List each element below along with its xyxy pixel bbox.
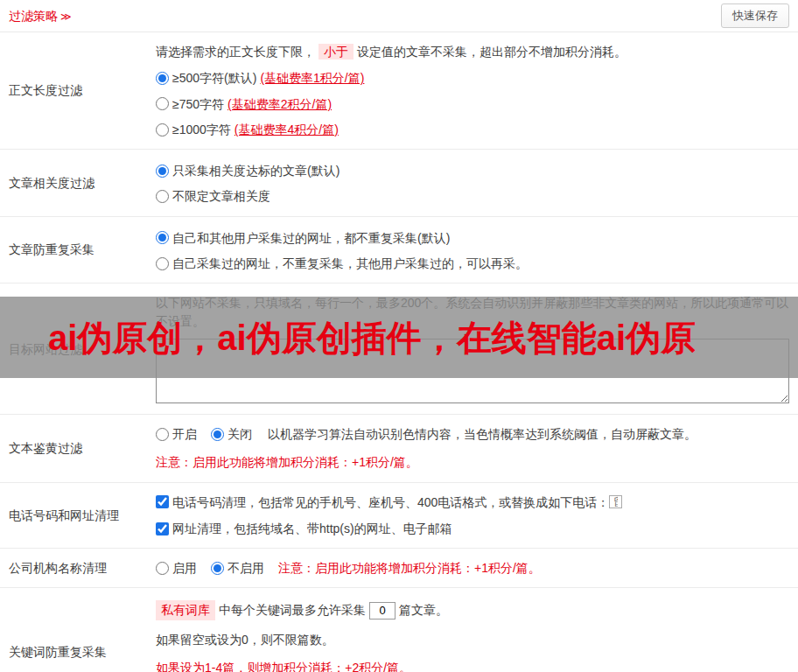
intro-post: 设定值的文章不采集，超出部分不增加积分消耗。 — [357, 45, 626, 59]
radio-option-porn-on[interactable]: 开启 — [156, 425, 197, 443]
radio-company-on[interactable] — [156, 562, 169, 575]
radio-label: 自己和其他用户采集过的网址，都不重复采集(默认) — [172, 229, 450, 247]
checkbox-label: 网址清理，包括纯域名、带http(s)的网址、电子邮箱 — [172, 520, 452, 537]
radio-label: ≥1000字符 — [172, 121, 231, 138]
chevron-double-icon: ≫ — [60, 10, 72, 23]
row-content-porn-filter: 开启 关闭 以机器学习算法自动识别色情内容，当色情概率达到系统阈值，自动屏蔽文章… — [149, 415, 798, 482]
keyword-note-cost: 如果设为1-4篇，则增加积分消耗：+2积分/篇。 — [156, 659, 789, 672]
checkbox-option-url-cleanup[interactable]: 网址清理，包括纯域名、带http(s)的网址、电子邮箱 — [156, 520, 452, 537]
row-content-keyword: 私有词库 中每个关键词最多允许采集 篇文章。 如果留空或设为0，则不限篇数。 如… — [149, 588, 798, 672]
filter-strategy-title[interactable]: 过滤策略≫ — [9, 7, 72, 24]
phone-cleanup-line: 电话号码清理，包括常见的手机号、座机号、400电话格式，或替换成如下电话： — [156, 494, 789, 511]
row-phone-url-cleanup: 电话号码和网址清理 电话号码清理，包括常见的手机号、座机号、400电话格式，或替… — [0, 483, 798, 550]
company-warning: 注意：启用此功能将增加积分消耗：+1积分/篇。 — [278, 559, 541, 577]
radio-label: 不启用 — [228, 559, 264, 577]
porn-filter-description: 以机器学习算法自动识别色情内容，当色情概率达到系统阈值，自动屏蔽文章。 — [268, 425, 696, 443]
radio-label: 自己采集过的网址，不重复采集，其他用户采集过的，可以再采。 — [172, 255, 528, 272]
row-content-relevance: 只采集相关度达标的文章(默认) 不限定文章相关度 — [149, 150, 798, 216]
row-label-dedupe: 文章防重复采集 — [0, 217, 149, 284]
radio-label: 关闭 — [228, 425, 252, 443]
radio-option-relevance-any[interactable]: 不限定文章相关度 — [156, 187, 789, 205]
keyword-limit-line: 私有词库 中每个关键词最多允许采集 篇文章。 — [156, 600, 789, 620]
private-lexicon-link[interactable]: 私有词库 — [156, 600, 215, 620]
radio-500-chars[interactable] — [156, 72, 169, 85]
row-content-company: 启用 不启用 注意：启用此功能将增加积分消耗：+1积分/篇。 — [149, 549, 798, 587]
radio-relevance-strict[interactable] — [156, 164, 169, 178]
row-label-company: 公司机构名称清理 — [0, 549, 149, 587]
radio-porn-on[interactable] — [156, 428, 169, 441]
radio-porn-off[interactable] — [211, 428, 224, 441]
row-content-phone-url: 电话号码清理，包括常见的手机号、座机号、400电话格式，或替换成如下电话： 网址… — [149, 483, 798, 549]
radio-option-company-off[interactable]: 不启用 — [211, 559, 264, 577]
radio-label: 只采集相关度达标的文章(默认) — [172, 162, 340, 179]
radio-option-company-on[interactable]: 启用 — [156, 559, 197, 577]
radio-option-500-chars[interactable]: ≥500字符(默认) (基础费率1积分/篇) — [156, 69, 789, 87]
row-label-phone-url: 电话号码和网址清理 — [0, 483, 149, 549]
radio-option-porn-off[interactable]: 关闭 — [211, 425, 252, 443]
radio-750-chars[interactable] — [156, 97, 169, 110]
intro-pre: 请选择需求的正文长度下限， — [156, 45, 315, 59]
radio-dedupe-all-users[interactable] — [156, 231, 169, 244]
radio-label: ≥500字符(默认) — [172, 69, 256, 87]
keyword-limit-suffix: 篇文章。 — [399, 601, 448, 619]
radio-option-1000-chars[interactable]: ≥1000字符 (基础费率4积分/篇) — [156, 121, 789, 138]
checkbox-option-phone-cleanup[interactable]: 电话号码清理，包括常见的手机号、座机号、400电话格式，或替换成如下电话： — [156, 494, 609, 511]
keyword-limit-text: 中每个关键词最多允许采集 — [219, 601, 366, 619]
row-body-length-filter: 正文长度过滤 请选择需求的正文长度下限，小于设定值的文章不采集，超出部分不增加积… — [0, 32, 798, 150]
body-length-intro: 请选择需求的正文长度下限，小于设定值的文章不采集，超出部分不增加积分消耗。 — [156, 43, 789, 60]
fee-note: (基础费率4积分/篇) — [234, 121, 339, 138]
row-label-porn-filter: 文本鉴黄过滤 — [0, 415, 149, 482]
row-porn-filter: 文本鉴黄过滤 开启 关闭 以机器学习算法自动识别色情内容，当色情概率达到系统阈值… — [0, 415, 798, 483]
company-options: 启用 不启用 注意：启用此功能将增加积分消耗：+1积分/篇。 — [156, 559, 789, 577]
radio-option-dedupe-self-only[interactable]: 自己采集过的网址，不重复采集，其他用户采集过的，可以再采。 — [156, 255, 789, 272]
watermark-overlay: ai伪原创，ai伪原创插件，在线智能ai伪原 — [0, 297, 798, 378]
replacement-phone-input[interactable] — [609, 495, 622, 508]
row-relevance-filter: 文章相关度过滤 只采集相关度达标的文章(默认) 不限定文章相关度 — [0, 150, 798, 217]
intro-highlight-less-than: 小于 — [318, 44, 354, 60]
radio-label: 不限定文章相关度 — [172, 187, 270, 205]
row-content-body-length: 请选择需求的正文长度下限，小于设定值的文章不采集，超出部分不增加积分消耗。 ≥5… — [149, 32, 798, 149]
page-title: 过滤策略 — [9, 9, 58, 23]
checkbox-label: 电话号码清理，包括常见的手机号、座机号、400电话格式，或替换成如下电话： — [172, 494, 609, 511]
checkbox-url-cleanup[interactable] — [156, 522, 169, 536]
porn-filter-warning: 注意：启用此功能将增加积分消耗：+1积分/篇。 — [156, 453, 789, 471]
radio-option-750-chars[interactable]: ≥750字符 (基础费率2积分/篇) — [156, 95, 789, 113]
radio-1000-chars[interactable] — [156, 123, 169, 136]
watermark-text: ai伪原创，ai伪原创插件，在线智能ai伪原 — [48, 312, 696, 363]
radio-option-relevance-strict[interactable]: 只采集相关度达标的文章(默认) — [156, 162, 789, 179]
quick-save-button[interactable]: 快速保存 — [721, 4, 789, 28]
radio-label: ≥750字符 — [172, 95, 224, 113]
radio-dedupe-self-only[interactable] — [156, 257, 169, 270]
row-label-body-length: 正文长度过滤 — [0, 32, 149, 149]
checkbox-phone-cleanup[interactable] — [156, 495, 169, 508]
porn-filter-options: 开启 关闭 以机器学习算法自动识别色情内容，当色情概率达到系统阈值，自动屏蔽文章… — [156, 425, 789, 443]
row-label-keyword: 关键词防重复采集 — [0, 588, 149, 672]
row-label-relevance: 文章相关度过滤 — [0, 150, 149, 216]
fee-note: (基础费率2积分/篇) — [228, 95, 332, 113]
url-cleanup-line: 网址清理，包括纯域名、带http(s)的网址、电子邮箱 — [156, 520, 789, 537]
keyword-note-zero: 如果留空或设为0，则不限篇数。 — [156, 631, 789, 648]
radio-relevance-any[interactable] — [156, 190, 169, 203]
radio-label: 启用 — [172, 559, 197, 577]
row-keyword-dedupe: 关键词防重复采集 私有词库 中每个关键词最多允许采集 篇文章。 如果留空或设为0… — [0, 588, 798, 672]
radio-option-dedupe-all-users[interactable]: 自己和其他用户采集过的网址，都不重复采集(默认) — [156, 229, 789, 247]
row-dedupe-collect: 文章防重复采集 自己和其他用户采集过的网址，都不重复采集(默认) 自己采集过的网… — [0, 217, 798, 284]
fee-note: (基础费率1积分/篇) — [260, 69, 364, 87]
row-company-name-cleanup: 公司机构名称清理 启用 不启用 注意：启用此功能将增加积分消耗：+1积分/篇。 — [0, 549, 798, 588]
radio-company-off[interactable] — [211, 562, 224, 575]
topbar: 过滤策略≫ 快速保存 — [0, 0, 798, 32]
keyword-limit-input[interactable] — [369, 602, 396, 620]
row-content-dedupe: 自己和其他用户采集过的网址，都不重复采集(默认) 自己采集过的网址，不重复采集，… — [149, 217, 798, 284]
radio-label: 开启 — [172, 425, 197, 443]
